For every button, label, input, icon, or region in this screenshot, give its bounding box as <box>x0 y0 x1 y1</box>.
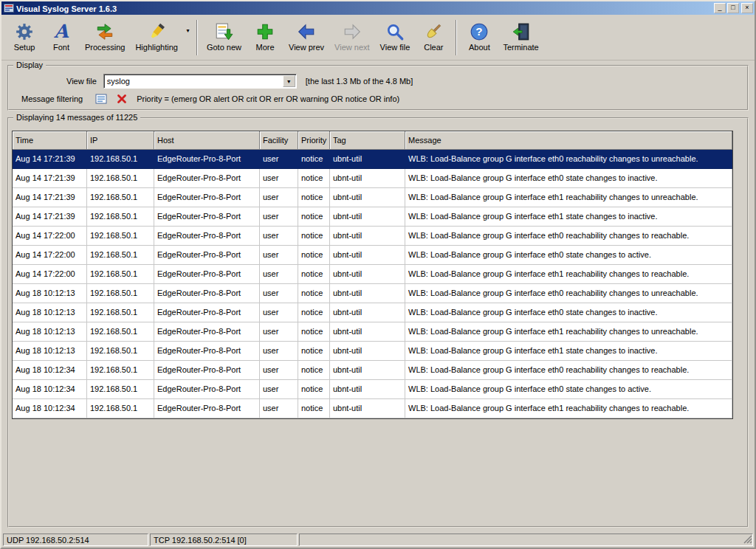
about-button[interactable]: ? About <box>461 17 498 58</box>
app-window: Visual Syslog Server 1.6.3 _ □ × Set <box>0 0 756 549</box>
display-groupbox: Display View file syslog ▼ [the last 1.3… <box>7 65 749 111</box>
table-row[interactable]: Aug 18 10:12:13192.168.50.1EdgeRouter-Pr… <box>13 284 732 303</box>
resize-grip[interactable] <box>742 534 752 545</box>
close-button[interactable]: × <box>741 3 753 13</box>
cell-message: WLB: Load-Balance group G interface eth1… <box>405 399 732 418</box>
cell-priority: notice <box>298 150 330 169</box>
cell-time: Aug 18 10:12:13 <box>13 303 87 322</box>
toolbar: Setup A Font Processing <box>1 15 755 61</box>
view-file-combobox[interactable]: syslog ▼ <box>103 74 297 89</box>
processing-button-label: Processing <box>85 43 125 52</box>
font-button[interactable]: A Font <box>43 17 80 58</box>
column-header-time[interactable]: Time <box>13 131 87 150</box>
setup-button[interactable]: Setup <box>6 17 43 58</box>
cell-facility: user <box>260 169 298 188</box>
plus-icon <box>255 20 275 43</box>
more-button-label: More <box>255 43 274 52</box>
table-row[interactable]: Aug 18 10:12:13192.168.50.1EdgeRouter-Pr… <box>13 342 732 361</box>
cell-tag: ubnt-util <box>330 169 405 188</box>
priority-filter-text: Priority = (emerg OR alert OR crit OR er… <box>137 94 399 103</box>
cell-ip: 192.168.50.1 <box>87 169 154 188</box>
table-row[interactable]: Aug 14 17:22:00192.168.50.1EdgeRouter-Pr… <box>13 246 732 265</box>
table-row[interactable]: Aug 18 10:12:34192.168.50.1EdgeRouter-Pr… <box>13 399 732 418</box>
cell-host: EdgeRouter-Pro-8-Port <box>154 169 260 188</box>
statusbar-empty-panel <box>299 534 753 546</box>
cell-facility: user <box>260 284 298 303</box>
cell-host: EdgeRouter-Pro-8-Port <box>154 188 260 207</box>
view-next-button[interactable]: View next <box>329 17 375 58</box>
cell-host: EdgeRouter-Pro-8-Port <box>154 361 260 380</box>
cell-time: Aug 14 17:21:39 <box>13 188 87 207</box>
cell-time: Aug 14 17:22:00 <box>13 265 87 284</box>
goto-new-button-label: Goto new <box>207 43 241 52</box>
cell-time: Aug 18 10:12:34 <box>13 399 87 418</box>
cell-tag: ubnt-util <box>330 322 405 342</box>
messages-group-title: Displaying 14 messages of 11225 <box>13 113 140 122</box>
maximize-button[interactable]: □ <box>727 3 739 13</box>
column-header-host[interactable]: Host <box>154 131 260 150</box>
edit-filter-button[interactable] <box>95 93 107 105</box>
cell-priority: notice <box>298 361 330 380</box>
terminate-button[interactable]: Terminate <box>498 17 543 58</box>
log-table: Time IP Host Facility Priority Tag Messa… <box>12 131 733 419</box>
red-x-icon <box>117 94 127 104</box>
cell-ip: 192.168.50.1 <box>87 303 154 322</box>
cell-tag: ubnt-util <box>330 284 405 303</box>
table-row[interactable]: Aug 14 17:21:39192.168.50.1EdgeRouter-Pr… <box>13 169 732 188</box>
cell-message: WLB: Load-Balance group G interface eth1… <box>405 342 732 361</box>
view-prev-button-label: View prev <box>289 43 324 52</box>
table-row[interactable]: Aug 18 10:12:13192.168.50.1EdgeRouter-Pr… <box>13 322 732 342</box>
cell-host: EdgeRouter-Pro-8-Port <box>154 399 260 418</box>
font-icon: A <box>54 20 68 43</box>
cell-time: Aug 14 17:22:00 <box>13 246 87 265</box>
terminate-button-label: Terminate <box>503 43 538 52</box>
table-row[interactable]: Aug 18 10:12:34192.168.50.1EdgeRouter-Pr… <box>13 361 732 380</box>
cell-facility: user <box>260 188 298 207</box>
column-header-message[interactable]: Message <box>405 131 732 150</box>
table-row[interactable]: Aug 14 17:21:39192.168.50.1EdgeRouter-Pr… <box>13 150 732 169</box>
cell-tag: ubnt-util <box>330 342 405 361</box>
about-button-label: About <box>469 43 490 52</box>
arrow-right-icon <box>343 20 362 43</box>
cell-priority: notice <box>298 303 330 322</box>
cell-ip: 192.168.50.1 <box>87 265 154 284</box>
cell-tag: ubnt-util <box>330 399 405 418</box>
message-filtering-label: Message filtering <box>21 94 83 103</box>
clear-button[interactable]: Clear <box>415 17 452 58</box>
cell-priority: notice <box>298 169 330 188</box>
combo-dropdown-button[interactable]: ▼ <box>283 75 295 87</box>
cell-tag: ubnt-util <box>330 303 405 322</box>
column-header-facility[interactable]: Facility <box>260 131 298 150</box>
table-row[interactable]: Aug 14 17:22:00192.168.50.1EdgeRouter-Pr… <box>13 265 732 284</box>
more-button[interactable]: More <box>247 17 284 58</box>
highlighting-button[interactable]: Highlighting <box>130 17 182 58</box>
cell-ip: 192.168.50.1 <box>87 227 154 246</box>
goto-new-icon <box>214 20 233 43</box>
cell-host: EdgeRouter-Pro-8-Port <box>154 150 260 169</box>
cell-tag: ubnt-util <box>330 246 405 265</box>
table-row[interactable]: Aug 14 17:21:39192.168.50.1EdgeRouter-Pr… <box>13 188 732 207</box>
processing-button[interactable]: Processing <box>80 17 130 58</box>
column-header-tag[interactable]: Tag <box>330 131 405 150</box>
cell-tag: ubnt-util <box>330 207 405 227</box>
goto-new-button[interactable]: Goto new <box>202 17 247 58</box>
clear-button-label: Clear <box>424 43 443 52</box>
view-prev-button[interactable]: View prev <box>284 17 329 58</box>
statusbar-tcp-panel: TCP 192.168.50.2:514 [0] <box>150 534 298 546</box>
font-button-label: Font <box>53 43 69 52</box>
column-header-ip[interactable]: IP <box>87 131 154 150</box>
column-header-priority[interactable]: Priority <box>298 131 330 150</box>
highlighting-dropdown-button[interactable]: ▾ <box>183 17 193 58</box>
table-row[interactable]: Aug 18 10:12:13192.168.50.1EdgeRouter-Pr… <box>13 303 732 322</box>
clear-filter-button[interactable] <box>117 94 127 104</box>
statusbar: UDP 192.168.50.2:514 TCP 192.168.50.2:51… <box>1 533 755 548</box>
table-row[interactable]: Aug 14 17:22:00192.168.50.1EdgeRouter-Pr… <box>13 227 732 246</box>
cell-priority: notice <box>298 246 330 265</box>
minimize-button[interactable]: _ <box>714 3 726 13</box>
table-row[interactable]: Aug 14 17:21:39192.168.50.1EdgeRouter-Pr… <box>13 207 732 227</box>
cell-message: WLB: Load-Balance group G interface eth0… <box>405 169 732 188</box>
table-row[interactable]: Aug 18 10:12:34192.168.50.1EdgeRouter-Pr… <box>13 380 732 399</box>
view-file-button[interactable]: View file <box>375 17 416 58</box>
cell-time: Aug 14 17:21:39 <box>13 169 87 188</box>
cell-facility: user <box>260 399 298 418</box>
